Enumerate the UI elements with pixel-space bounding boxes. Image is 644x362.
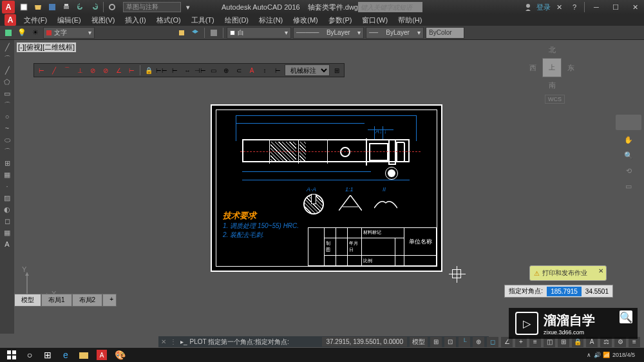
dim-ang-icon[interactable]: ∠ bbox=[113, 64, 124, 76]
color-dropdown[interactable]: 白▾ bbox=[227, 27, 291, 39]
dim-dia-icon[interactable]: ⊘ bbox=[100, 64, 111, 76]
block-icon[interactable]: ▦ bbox=[1, 169, 14, 180]
layer-props-icon[interactable] bbox=[3, 27, 14, 39]
dim-ord-icon[interactable]: ⊥ bbox=[74, 64, 86, 76]
close-button[interactable]: ✕ bbox=[626, 1, 644, 13]
ellipse-arc-icon[interactable]: ⌒ bbox=[1, 146, 14, 157]
pan-icon[interactable]: ✋ bbox=[623, 134, 634, 146]
tab-model[interactable]: 模型 bbox=[14, 294, 41, 307]
help-search-input[interactable] bbox=[358, 2, 422, 12]
insp-icon[interactable]: ⊂ bbox=[233, 64, 245, 76]
osnap-icon[interactable]: ◻ bbox=[487, 337, 498, 347]
tb-dropdown-icon[interactable]: ▾ bbox=[182, 1, 194, 14]
cmd-close-icon[interactable]: ✕ bbox=[161, 338, 166, 345]
tb-save-icon[interactable] bbox=[46, 1, 59, 14]
start-button[interactable] bbox=[3, 348, 21, 361]
tb-open-icon[interactable] bbox=[32, 1, 44, 14]
tb-print-icon[interactable] bbox=[60, 1, 73, 14]
layer-dropdown[interactable]: 文字 ▾ bbox=[43, 27, 95, 39]
showmotion-icon[interactable]: ▭ bbox=[623, 180, 634, 192]
edge-icon[interactable]: e bbox=[57, 348, 75, 361]
circle-icon[interactable]: ○ bbox=[1, 111, 14, 122]
viewcube[interactable]: 北 南 西 东 上 bbox=[529, 45, 574, 90]
insert-icon[interactable]: ⊞ bbox=[1, 157, 14, 169]
match-icon[interactable] bbox=[176, 27, 187, 39]
light-icon[interactable]: 💡 bbox=[16, 27, 28, 39]
rect-icon[interactable]: ▭ bbox=[1, 88, 14, 99]
dim-edit-icon[interactable]: A bbox=[246, 64, 258, 76]
mtext-icon[interactable]: A bbox=[1, 238, 14, 250]
menu-tools[interactable]: 工具(T) bbox=[186, 15, 220, 25]
prev-layer-icon[interactable] bbox=[208, 27, 220, 39]
coord-x-input[interactable]: 185.7915 bbox=[547, 287, 582, 296]
dim-upd-icon[interactable]: ⊢ bbox=[272, 64, 283, 76]
dim-cont-icon[interactable]: ⊢⊢ bbox=[156, 64, 167, 76]
view-label[interactable]: [-][俯视][二维线框] bbox=[17, 43, 76, 52]
tab-layout1[interactable]: 布局1 bbox=[41, 294, 72, 307]
tray-icons[interactable]: 🔊 📶 bbox=[594, 352, 610, 358]
menu-edit[interactable]: 编辑(E) bbox=[52, 15, 86, 25]
menu-format[interactable]: 格式(O) bbox=[151, 15, 186, 25]
tb-undo-icon[interactable] bbox=[74, 1, 87, 14]
menu-view[interactable]: 视图(V) bbox=[86, 15, 120, 25]
zoom-icon[interactable]: 🔍 bbox=[623, 149, 634, 161]
sun-icon[interactable]: ☀ bbox=[30, 27, 41, 39]
xline-icon[interactable]: ╱ bbox=[1, 64, 14, 76]
tb-new-icon[interactable] bbox=[17, 1, 30, 14]
center-icon[interactable]: ⊕ bbox=[220, 64, 232, 76]
point-icon[interactable]: · bbox=[1, 180, 14, 192]
spline-icon[interactable]: ~ bbox=[1, 122, 14, 134]
menu-insert[interactable]: 插入(I) bbox=[120, 15, 151, 25]
menu-draw[interactable]: 绘图(D) bbox=[220, 15, 254, 25]
menu-window[interactable]: 窗口(W) bbox=[357, 15, 393, 25]
drawing-canvas[interactable]: [-][俯视][二维线框] ⊢ ╱ ⌒ ⊥ ⊘ ⊘ ∠ ⊢ 🔒 ⊢⊢ ⊢ ↔ ⊣… bbox=[14, 40, 613, 334]
maximize-button[interactable]: ☐ bbox=[607, 1, 625, 13]
wcs-label[interactable]: WCS bbox=[545, 95, 565, 104]
layer-icon[interactable] bbox=[189, 27, 201, 39]
dim-tedit-icon[interactable]: ↕ bbox=[259, 64, 270, 76]
menu-help[interactable]: 帮助(H) bbox=[393, 15, 427, 25]
tab-add[interactable]: + bbox=[102, 294, 117, 307]
autocad-app-icon[interactable]: A bbox=[5, 14, 16, 26]
ellipse-icon[interactable]: ⬭ bbox=[1, 134, 14, 146]
hatch-icon[interactable]: ▨ bbox=[1, 192, 14, 204]
pline-icon[interactable]: ⌒ bbox=[1, 53, 14, 64]
orbit-icon[interactable]: ⟲ bbox=[623, 165, 634, 176]
workspace-input[interactable] bbox=[123, 2, 181, 12]
exchange-icon[interactable]: ✕ bbox=[553, 1, 565, 14]
balloon-close-icon[interactable]: ✕ bbox=[598, 267, 603, 274]
coords-display[interactable]: 37.2915, 139.5501, 0.0000 bbox=[322, 337, 407, 347]
menu-file[interactable]: 文件(F) bbox=[19, 15, 52, 25]
grid-icon[interactable]: ⊞ bbox=[430, 337, 442, 347]
paint-icon[interactable]: 🎨 bbox=[111, 348, 129, 361]
tb-gear-icon[interactable] bbox=[106, 1, 118, 14]
search-icon[interactable]: 🔍 bbox=[620, 310, 632, 323]
lineweight-dropdown[interactable]: ──ByLayer▾ bbox=[366, 27, 424, 39]
dim-base-icon[interactable]: ⊢ bbox=[169, 64, 180, 76]
ortho-icon[interactable]: └ bbox=[459, 337, 470, 347]
minimize-button[interactable]: ─ bbox=[587, 1, 605, 13]
dim-rad-icon[interactable]: ⊘ bbox=[87, 64, 99, 76]
region-icon[interactable]: ◻ bbox=[1, 215, 14, 227]
explorer-icon[interactable] bbox=[75, 348, 93, 361]
polar-icon[interactable]: ⊕ bbox=[473, 337, 484, 347]
dim-linear-icon[interactable]: ⊢ bbox=[35, 64, 47, 76]
login-link[interactable]: 登录 bbox=[536, 3, 551, 12]
gradient-icon[interactable]: ◐ bbox=[1, 204, 14, 215]
coord-y-input[interactable]: 34.5501 bbox=[582, 287, 612, 296]
dimstyle-dropdown[interactable]: 机械标注 bbox=[285, 64, 330, 76]
line-icon[interactable]: ╱ bbox=[1, 41, 14, 53]
help-icon[interactable]: ? bbox=[568, 1, 581, 14]
table-icon[interactable]: ▦ bbox=[1, 227, 14, 238]
dim-space-icon[interactable]: ↔ bbox=[182, 64, 193, 76]
tb-redo-icon[interactable] bbox=[88, 1, 101, 14]
autocad-task-icon[interactable]: A bbox=[93, 348, 111, 361]
menu-dim[interactable]: 标注(N) bbox=[254, 15, 288, 25]
dim-aligned-icon[interactable]: ╱ bbox=[48, 64, 60, 76]
cmd-expand-icon[interactable]: ⋮ bbox=[170, 338, 176, 345]
cortana-icon[interactable]: ○ bbox=[21, 348, 39, 361]
tab-layout2[interactable]: 布局2 bbox=[72, 294, 103, 307]
plotstyle-dropdown[interactable]: ByColor bbox=[426, 27, 464, 39]
arc-icon[interactable]: ⌒ bbox=[1, 99, 14, 111]
dim-arc-icon[interactable]: ⌒ bbox=[61, 64, 73, 76]
